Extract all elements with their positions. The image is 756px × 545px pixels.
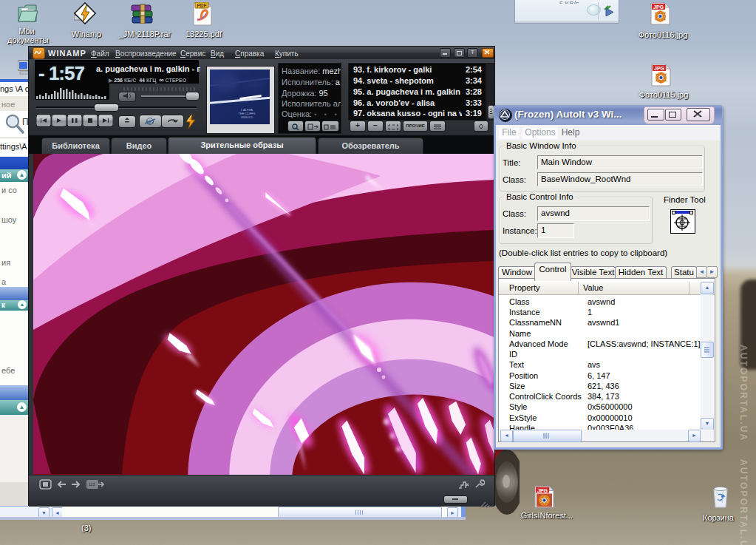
svg-text:123: 123: [89, 482, 95, 487]
svg-text:JPG: JPG: [654, 66, 665, 71]
svg-text:123: 123: [146, 120, 154, 124]
svg-text:PDF: PDF: [197, 3, 207, 8]
svg-text:JPG: JPG: [653, 4, 664, 10]
svg-text:JPG: JPG: [537, 488, 548, 493]
